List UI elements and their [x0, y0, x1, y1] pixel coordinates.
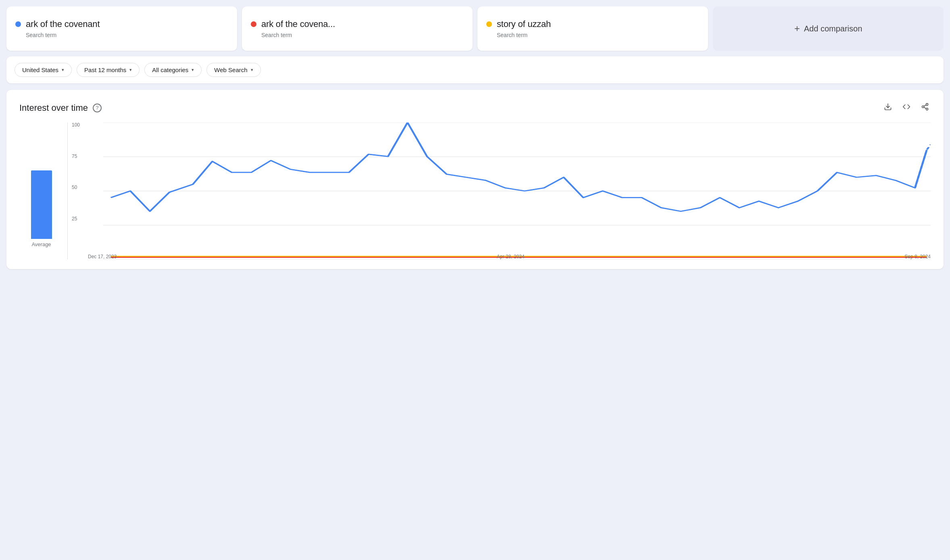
share-icon[interactable] [919, 101, 931, 114]
search-card-term2[interactable]: ark of the covena... Search term [242, 6, 473, 51]
plus-icon: + [794, 23, 800, 34]
filter-btn-search_type[interactable]: Web Search ▾ [206, 63, 260, 77]
filter-btn-time[interactable]: Past 12 months ▾ [77, 63, 140, 77]
y-axis-labels: 100 75 50 25 [72, 122, 80, 247]
chevron-down-icon: ▾ [251, 67, 253, 73]
term-dot [486, 21, 492, 27]
search-terms-row: ark of the covenant Search term ark of t… [6, 6, 944, 51]
interest-over-time-card: Interest over time ? [6, 90, 944, 269]
chart-area: Average 100 75 50 25 [19, 122, 931, 259]
y-label-75: 75 [72, 154, 80, 159]
search-card-title-row: story of uzzah [486, 19, 699, 29]
card-title-group: Interest over time ? [19, 103, 102, 113]
term-dot [251, 21, 256, 27]
search-card-subtitle: Search term [26, 32, 228, 38]
svg-line-5 [924, 105, 926, 106]
search-card-title: ark of the covena... [261, 19, 335, 29]
help-icon[interactable]: ? [93, 104, 102, 112]
x-label-dec: Dec 17, 2023 [88, 254, 117, 259]
y-label-50: 50 [72, 185, 80, 190]
x-axis-labels: Dec 17, 2023 Apr 28, 2024 Sep 8, 2024 [88, 254, 931, 259]
card-title: Interest over time [19, 103, 88, 113]
line-chart-svg [72, 122, 931, 259]
embed-icon[interactable] [901, 101, 912, 114]
search-card-title: story of uzzah [497, 19, 551, 29]
x-label-sep: Sep 8, 2024 [904, 254, 931, 259]
search-card-title-row: ark of the covenant [15, 19, 228, 29]
search-card-subtitle: Search term [261, 32, 464, 38]
avg-label: Average [31, 241, 51, 247]
average-bar-section: Average [19, 122, 68, 259]
y-label-100: 100 [72, 122, 80, 127]
card-actions [882, 101, 931, 114]
filter-btn-category[interactable]: All categories ▾ [144, 63, 202, 77]
search-card-title: ark of the covenant [26, 19, 100, 29]
chevron-down-icon: ▾ [62, 67, 64, 73]
line-chart-container: 100 75 50 25 [72, 122, 931, 259]
line-term1-dotted [915, 145, 931, 188]
filter-label: Web Search [214, 66, 247, 73]
x-label-apr: Apr 28, 2024 [497, 254, 525, 259]
filter-btn-region[interactable]: United States ▾ [15, 63, 72, 77]
search-card-term3[interactable]: story of uzzah Search term [477, 6, 708, 51]
filter-label: All categories [152, 66, 188, 73]
filter-bar: United States ▾ Past 12 months ▾ All cat… [6, 56, 944, 83]
term-dot [15, 21, 21, 27]
download-icon[interactable] [882, 101, 894, 114]
add-comparison-card[interactable]: + Add comparison [713, 6, 944, 51]
search-card-subtitle: Search term [497, 32, 699, 38]
y-label-25: 25 [72, 216, 80, 221]
avg-bar [31, 170, 52, 239]
search-card-term1[interactable]: ark of the covenant Search term [6, 6, 237, 51]
filter-label: United States [22, 66, 58, 73]
add-comparison-label: Add comparison [804, 24, 862, 33]
search-card-title-row: ark of the covena... [251, 19, 464, 29]
filter-label: Past 12 months [84, 66, 126, 73]
chevron-down-icon: ▾ [192, 67, 194, 73]
chevron-down-icon: ▾ [129, 67, 132, 73]
svg-line-4 [924, 107, 926, 108]
line-term1 [111, 122, 927, 211]
card-header: Interest over time ? [19, 101, 931, 114]
